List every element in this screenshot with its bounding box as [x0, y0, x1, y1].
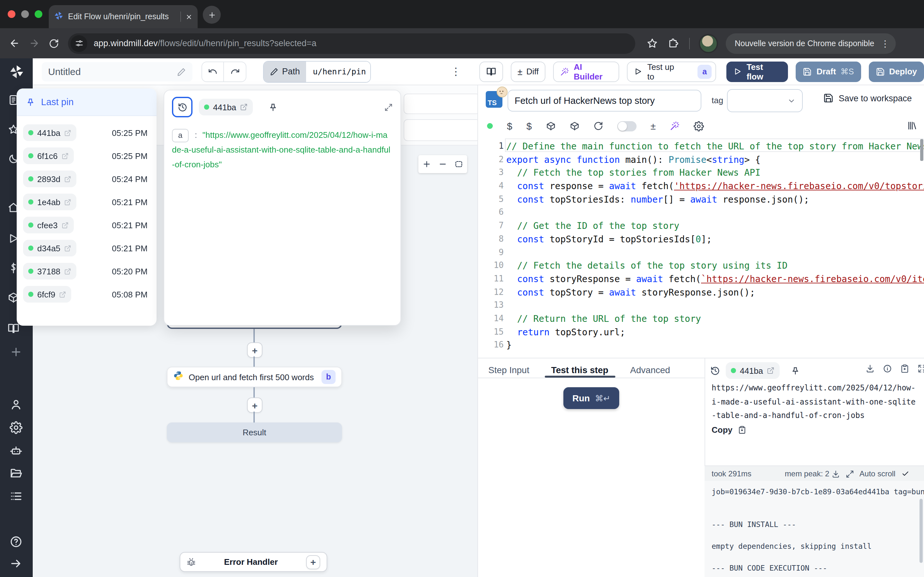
tag-select[interactable] — [727, 89, 803, 112]
result-value[interactable]: https://www.geoffreylitt.com/2025/04/12/… — [712, 382, 918, 423]
refresh-icon[interactable] — [593, 121, 603, 131]
code-line[interactable]: // Fetch the top stories from Hacker New… — [506, 166, 924, 179]
traffic-light-close[interactable] — [8, 10, 15, 18]
omnibox[interactable]: app.windmill.dev/flows/edit/u/henri/pin_… — [68, 33, 635, 53]
code-line[interactable]: const response = await fetch('https://ha… — [506, 179, 924, 193]
sidebar-logs-list-icon[interactable] — [10, 490, 23, 503]
redo-icon[interactable] — [224, 62, 246, 81]
ai-wand-icon[interactable] — [670, 121, 680, 131]
pin-row[interactable]: d34a5 05:21 PM — [17, 237, 157, 259]
sidebar-help-icon[interactable] — [10, 535, 23, 548]
external-link-icon[interactable] — [767, 367, 774, 374]
sidebar-workers-robot-icon[interactable] — [10, 444, 23, 457]
external-link-icon[interactable] — [240, 103, 248, 111]
pin-run-pill[interactable]: 1e4ab — [23, 193, 76, 210]
copy-button[interactable]: Copy — [712, 425, 746, 435]
docs-book-button[interactable] — [479, 61, 503, 82]
tab-advanced[interactable]: Advanced — [630, 365, 670, 375]
fit-view-icon[interactable] — [455, 160, 464, 169]
draft-button[interactable]: Draft ⌘S — [796, 61, 861, 82]
test-up-to-step-badge[interactable]: a — [698, 64, 712, 79]
pin-run-pill[interactable]: cfee3 — [23, 217, 74, 234]
external-link-icon[interactable] — [61, 221, 69, 229]
test-up-to-button[interactable]: Test up to a — [627, 61, 716, 82]
forward-icon[interactable] — [29, 38, 40, 49]
add-error-handler-button[interactable]: + — [306, 555, 320, 569]
result-run-pill[interactable]: 441ba — [726, 362, 780, 379]
undo-icon[interactable] — [202, 62, 224, 81]
save-to-workspace-button[interactable]: Save to workspace — [823, 93, 912, 103]
traffic-light-minimize[interactable] — [21, 10, 29, 18]
pin-run-pill[interactable]: 6f1c6 — [23, 147, 74, 164]
flow-result-node[interactable]: Result — [167, 422, 342, 442]
pin-icon[interactable] — [268, 102, 278, 112]
clipboard-icon[interactable] — [900, 364, 909, 373]
tab-test-this-step[interactable]: Test this step — [551, 365, 608, 375]
code-line[interactable]: // Get the ID of the top story — [506, 219, 924, 232]
test-flow-button[interactable]: Test flow — [726, 61, 788, 82]
back-icon[interactable] — [9, 38, 20, 49]
auto-scroll-label[interactable]: Auto scroll — [859, 469, 895, 478]
profile-avatar[interactable] — [699, 34, 718, 53]
download-logs-icon[interactable] — [832, 470, 840, 478]
fullscreen-icon[interactable] — [918, 364, 924, 373]
browser-tab[interactable]: Edit Flow u/henri/pin_results — [49, 5, 198, 28]
pin-row[interactable]: 37188 05:20 PM — [17, 259, 157, 283]
code-line[interactable]: const storyResponse = await fetch(`https… — [506, 272, 924, 285]
code-line[interactable]: const topStoriesIds: number[] = await re… — [506, 193, 924, 206]
editor-scrollbar[interactable] — [920, 139, 923, 161]
traffic-light-zoom[interactable] — [35, 10, 42, 18]
pin-run-pill[interactable]: 37188 — [23, 263, 76, 279]
tab-step-input[interactable]: Step Input — [488, 365, 529, 375]
pin-row[interactable]: cfee3 05:21 PM — [17, 213, 157, 237]
code-line[interactable]: // Define the main function to fetch the… — [506, 140, 924, 153]
zoom-out-icon[interactable] — [438, 160, 447, 169]
diff-button[interactable]: ± Diff — [510, 61, 546, 82]
external-link-icon[interactable] — [64, 245, 71, 251]
chrome-menu-kebab-icon[interactable]: ⋮ — [881, 38, 890, 48]
pin-row[interactable]: 6f1c6 05:25 PM — [17, 144, 157, 167]
auto-scroll-check-icon[interactable] — [902, 470, 909, 478]
pin-row[interactable]: 1e4ab 05:21 PM — [17, 190, 157, 213]
pin-run-pill[interactable]: 441ba — [23, 124, 76, 141]
external-link-icon[interactable] — [64, 198, 71, 205]
code-line[interactable]: export async function main(): Promise<st… — [506, 153, 924, 166]
code-line[interactable]: const topStoryId = topStoriesIds[0]; — [506, 233, 924, 246]
toolbar-kebab-icon[interactable]: ⋮ — [451, 65, 461, 77]
extensions-puzzle-icon[interactable] — [668, 38, 679, 49]
sidebar-item-book-icon[interactable] — [8, 322, 19, 334]
add-step-button[interactable]: + — [247, 342, 262, 358]
external-link-icon[interactable] — [59, 291, 66, 298]
code-line[interactable] — [506, 299, 924, 312]
code-line[interactable]: // Return the URL of the top story — [506, 312, 924, 326]
code-line[interactable]: const topStory = await storyResponse.jso… — [506, 285, 924, 299]
chrome-update-pill[interactable]: Nouvelle version de Chrome disponible ⋮ — [726, 33, 896, 53]
code-editor[interactable]: // Define the main function to fetch the… — [506, 140, 924, 352]
popup-run-pill[interactable]: 441ba — [199, 99, 253, 115]
path-button[interactable]: Path — [263, 61, 306, 82]
code-line[interactable]: return topStory.url; — [506, 326, 924, 338]
download-icon[interactable] — [866, 364, 875, 373]
pin-row[interactable]: 6fcf9 05:08 PM — [17, 283, 157, 306]
history-icon[interactable] — [172, 97, 192, 117]
bookmark-star-icon[interactable] — [647, 38, 658, 49]
error-handler-node[interactable]: Error Handler + — [180, 552, 327, 572]
expand-popup-icon[interactable] — [384, 103, 393, 111]
flow-node-b[interactable]: Open url and fetch first 500 words of ..… — [167, 367, 342, 387]
edit-title-pencil-icon[interactable] — [177, 67, 186, 76]
code-line[interactable] — [506, 206, 924, 219]
pin-row[interactable]: 441ba 05:25 PM — [17, 121, 157, 144]
cache-dollar-icon[interactable]: $ — [507, 121, 512, 131]
new-tab-button[interactable] — [203, 6, 221, 24]
external-link-icon[interactable] — [64, 268, 71, 275]
info-icon[interactable] — [883, 364, 892, 373]
history-icon[interactable] — [710, 366, 720, 376]
sidebar-add-icon[interactable] — [10, 346, 23, 358]
pin-run-pill[interactable]: 6fcf9 — [23, 286, 71, 303]
sidebar-folders-icon[interactable] — [10, 467, 23, 480]
run-button[interactable]: Run ⌘↵ — [564, 387, 619, 409]
external-link-icon[interactable] — [64, 175, 71, 182]
external-link-icon[interactable] — [61, 152, 69, 159]
sidebar-collapse-arrow-icon[interactable] — [10, 557, 23, 570]
external-link-icon[interactable] — [64, 129, 71, 136]
